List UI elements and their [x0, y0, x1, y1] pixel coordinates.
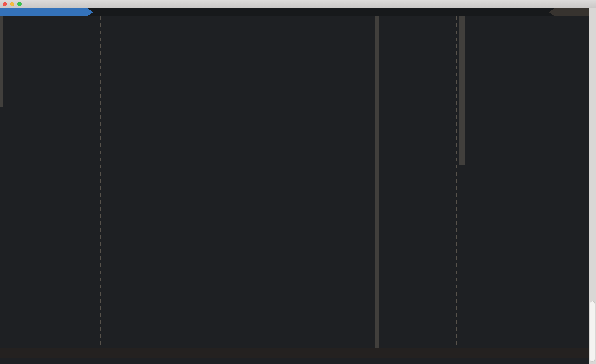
editor-area [0, 16, 596, 348]
macos-scrollbar-thumb[interactable] [590, 301, 595, 362]
buffers-arrow-icon [549, 8, 554, 16]
tagbar-scrollbar-thumb[interactable] [459, 16, 465, 165]
buffers-label [554, 8, 589, 16]
zoom-button-icon[interactable] [17, 2, 22, 6]
statusline [0, 348, 596, 358]
vim-tabline [0, 8, 596, 16]
code-window-scroll-strip[interactable] [375, 16, 379, 348]
tab-train-retr-from-cls[interactable] [0, 8, 87, 16]
macos-titlebar [0, 0, 596, 8]
window-separator-left[interactable] [100, 16, 101, 348]
tab-powerline-arrow-icon [87, 8, 93, 16]
minimize-button-icon[interactable] [10, 2, 14, 6]
command-line [0, 358, 596, 364]
nerdtree-scrollbar-thumb[interactable] [0, 16, 3, 107]
window-separator-right[interactable] [456, 16, 457, 348]
close-button-icon[interactable] [3, 2, 7, 6]
macos-scrollbar[interactable] [589, 8, 596, 364]
